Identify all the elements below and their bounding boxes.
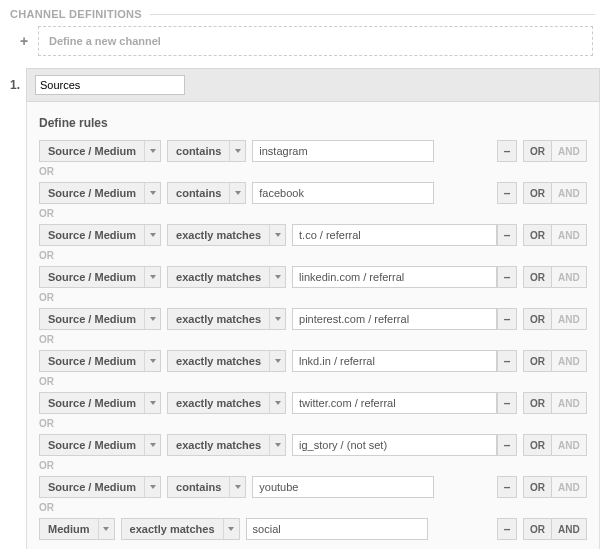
value-input[interactable] — [292, 392, 497, 414]
operator-dropdown[interactable]: exactly matches — [167, 266, 286, 288]
and-toggle-button: AND — [551, 140, 587, 162]
field-dropdown[interactable]: Source / Medium — [39, 392, 161, 414]
or-toggle-button[interactable]: OR — [523, 434, 551, 456]
remove-rule-button[interactable]: – — [497, 266, 517, 288]
chevron-down-icon — [229, 477, 245, 497]
remove-rule-button[interactable]: – — [497, 182, 517, 204]
operator-dropdown[interactable]: contains — [167, 182, 246, 204]
value-input[interactable] — [252, 140, 434, 162]
remove-rule-button[interactable]: – — [497, 224, 517, 246]
field-dropdown[interactable]: Source / Medium — [39, 266, 161, 288]
or-separator: OR — [39, 250, 587, 261]
field-dropdown[interactable]: Medium — [39, 518, 115, 540]
or-toggle-button[interactable]: OR — [523, 476, 551, 498]
or-separator: OR — [39, 208, 587, 219]
or-separator: OR — [39, 376, 587, 387]
or-toggle-button[interactable]: OR — [523, 182, 551, 204]
or-toggle-button[interactable]: OR — [523, 140, 551, 162]
operator-dropdown[interactable]: exactly matches — [167, 392, 286, 414]
remove-rule-button[interactable]: – — [497, 518, 517, 540]
or-toggle-button[interactable]: OR — [523, 350, 551, 372]
channel-name-input[interactable] — [35, 75, 185, 95]
field-dropdown[interactable]: Source / Medium — [39, 224, 161, 246]
value-input[interactable] — [292, 224, 497, 246]
value-input[interactable] — [292, 350, 497, 372]
divider — [150, 14, 595, 15]
and-toggle-button: AND — [551, 392, 587, 414]
or-toggle-button[interactable]: OR — [523, 266, 551, 288]
section-header: CHANNEL DEFINITIONS — [0, 0, 605, 26]
value-input[interactable] — [252, 476, 434, 498]
remove-rule-button[interactable]: – — [497, 140, 517, 162]
rule-row: Source / Medium exactly matches – OR AND — [39, 350, 587, 372]
chevron-down-icon — [269, 267, 285, 287]
or-separator: OR — [39, 334, 587, 345]
and-toggle-button: AND — [551, 308, 587, 330]
channel-name-bar — [26, 68, 600, 102]
or-toggle-button[interactable]: OR — [523, 308, 551, 330]
section-title: CHANNEL DEFINITIONS — [10, 8, 142, 20]
operator-dropdown[interactable]: exactly matches — [121, 518, 240, 540]
remove-rule-button[interactable]: – — [497, 434, 517, 456]
and-toggle-button: AND — [551, 434, 587, 456]
chevron-down-icon — [269, 351, 285, 371]
value-input[interactable] — [292, 434, 497, 456]
operator-dropdown[interactable]: exactly matches — [167, 434, 286, 456]
operator-dropdown[interactable]: exactly matches — [167, 224, 286, 246]
field-dropdown[interactable]: Source / Medium — [39, 350, 161, 372]
rule-row: Source / Medium contains – OR AND — [39, 182, 587, 204]
channel-index: 1. — [10, 68, 26, 92]
and-toggle-button: AND — [551, 266, 587, 288]
define-new-channel-button[interactable]: Define a new channel — [38, 26, 593, 56]
chevron-down-icon — [223, 519, 239, 539]
or-toggle-button[interactable]: OR — [523, 518, 551, 540]
field-dropdown[interactable]: Source / Medium — [39, 476, 161, 498]
rules-panel: Define rules Source / Medium contains – … — [26, 102, 600, 549]
remove-rule-button[interactable]: – — [497, 350, 517, 372]
chevron-down-icon — [269, 393, 285, 413]
field-dropdown[interactable]: Source / Medium — [39, 434, 161, 456]
chevron-down-icon — [229, 183, 245, 203]
and-toggle-button: AND — [551, 476, 587, 498]
rule-row: Source / Medium exactly matches – OR AND — [39, 266, 587, 288]
remove-rule-button[interactable]: – — [497, 476, 517, 498]
chevron-down-icon — [144, 309, 160, 329]
rule-row: Source / Medium contains – OR AND — [39, 140, 587, 162]
rules-heading: Define rules — [39, 116, 587, 130]
value-input[interactable] — [292, 308, 497, 330]
chevron-down-icon — [144, 351, 160, 371]
value-input[interactable] — [246, 518, 428, 540]
chevron-down-icon — [98, 519, 114, 539]
chevron-down-icon — [144, 477, 160, 497]
or-separator: OR — [39, 292, 587, 303]
add-channel-plus[interactable]: + — [10, 26, 38, 56]
chevron-down-icon — [144, 141, 160, 161]
or-toggle-button[interactable]: OR — [523, 224, 551, 246]
chevron-down-icon — [269, 309, 285, 329]
and-toggle-button[interactable]: AND — [551, 518, 587, 540]
rule-row: Source / Medium exactly matches – OR AND — [39, 392, 587, 414]
rule-row: Source / Medium contains – OR AND — [39, 476, 587, 498]
field-dropdown[interactable]: Source / Medium — [39, 182, 161, 204]
field-dropdown[interactable]: Source / Medium — [39, 308, 161, 330]
and-toggle-button: AND — [551, 182, 587, 204]
value-input[interactable] — [252, 182, 434, 204]
operator-dropdown[interactable]: exactly matches — [167, 350, 286, 372]
rule-row: Medium exactly matches – OR AND — [39, 518, 587, 540]
chevron-down-icon — [269, 225, 285, 245]
operator-dropdown[interactable]: contains — [167, 140, 246, 162]
operator-dropdown[interactable]: contains — [167, 476, 246, 498]
or-separator: OR — [39, 502, 587, 513]
chevron-down-icon — [144, 393, 160, 413]
operator-dropdown[interactable]: exactly matches — [167, 308, 286, 330]
rule-row: Source / Medium exactly matches – OR AND — [39, 224, 587, 246]
and-toggle-button: AND — [551, 224, 587, 246]
or-toggle-button[interactable]: OR — [523, 392, 551, 414]
field-dropdown[interactable]: Source / Medium — [39, 140, 161, 162]
value-input[interactable] — [292, 266, 497, 288]
or-separator: OR — [39, 418, 587, 429]
rule-row: Source / Medium exactly matches – OR AND — [39, 434, 587, 456]
chevron-down-icon — [229, 141, 245, 161]
remove-rule-button[interactable]: – — [497, 392, 517, 414]
remove-rule-button[interactable]: – — [497, 308, 517, 330]
